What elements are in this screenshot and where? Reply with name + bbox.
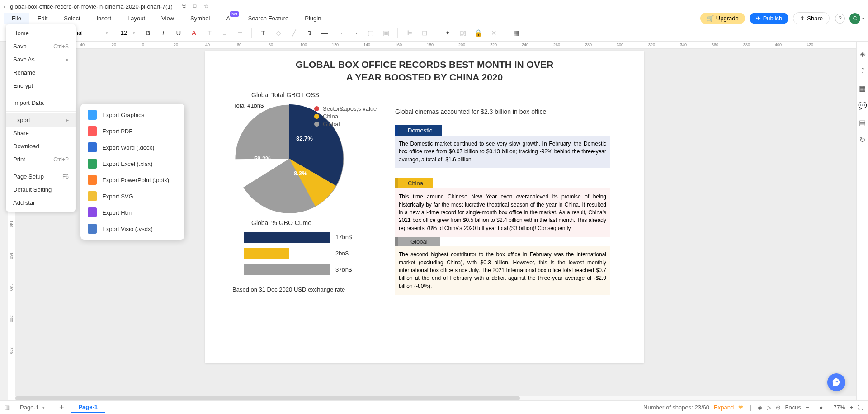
publish-button[interactable]: ✈Publish — [750, 13, 789, 24]
page-dropdown[interactable]: Page-1▾ — [13, 402, 52, 413]
export-menu-item[interactable]: Export SVG — [80, 188, 184, 204]
line-style-icon[interactable]: — — [318, 26, 331, 40]
cursor-icon[interactable]: ◈ — [859, 50, 867, 58]
file-menu-item[interactable]: Save As▸ — [6, 53, 76, 66]
legend-dot-icon — [314, 106, 319, 111]
italic-icon[interactable]: I — [156, 26, 170, 40]
page: GLOBAL BOX OFFICE RECORDS BEST MONTH IN … — [205, 51, 644, 363]
export-panel-icon[interactable]: ⤴ — [859, 67, 867, 75]
library-icon[interactable]: ▦ — [859, 84, 867, 92]
right-column: Global cinemas accounted for $2.3 billio… — [395, 108, 610, 295]
line-color-icon[interactable]: ╱ — [287, 26, 301, 40]
distribute-icon[interactable]: ⊡ — [418, 26, 431, 40]
file-menu-item[interactable]: Encrypt — [6, 79, 76, 92]
text-tool-icon[interactable]: T — [256, 26, 270, 40]
focus-button[interactable]: Focus — [785, 404, 801, 411]
menu-symbol[interactable]: Symbol — [182, 13, 218, 24]
save-icon[interactable]: 🖫 — [181, 3, 187, 10]
connector-icon[interactable]: ↴ — [302, 26, 316, 40]
file-type-icon — [88, 224, 97, 234]
comment-icon[interactable]: 💬 — [859, 101, 867, 109]
menu-plugin[interactable]: Plugin — [297, 13, 329, 24]
add-page-button[interactable]: + — [52, 403, 71, 412]
file-menu-item[interactable]: PrintCtrl+P — [6, 153, 76, 166]
history-icon[interactable]: ↻ — [859, 136, 867, 144]
page-panel-icon[interactable]: ▤ — [859, 118, 867, 127]
file-menu-item[interactable]: Import Data — [6, 96, 76, 109]
file-menu-item[interactable]: Export▸ — [6, 113, 76, 127]
export-menu-item[interactable]: Export Word (.docx) — [80, 139, 184, 155]
export-menu-item[interactable]: Export PowerPoint (.pptx) — [80, 172, 184, 188]
export-menu-item[interactable]: Export Excel (.xlsx) — [80, 155, 184, 172]
file-menu: HomeSaveCtrl+SSave As▸RenameEncryptImpor… — [6, 24, 76, 212]
back-arrow-icon[interactable]: ‹ — [4, 3, 5, 10]
file-menu-item[interactable]: Page SetupF6 — [6, 170, 76, 183]
zoom-out-icon[interactable]: − — [806, 404, 809, 411]
arrow-start-icon[interactable]: → — [333, 26, 347, 40]
file-menu-item[interactable]: SaveCtrl+S — [6, 40, 76, 53]
avatar-dropdown-icon[interactable]: ▾ — [862, 16, 864, 21]
avatar[interactable]: C — [849, 13, 860, 24]
pages-icon[interactable]: ▥ — [5, 404, 10, 411]
preview-icon[interactable]: ▦ — [510, 26, 524, 40]
image-icon[interactable]: ▢ — [364, 26, 377, 40]
star-icon[interactable]: ☆ — [203, 3, 209, 10]
focus-target-icon[interactable]: ⊕ — [776, 404, 781, 411]
expand-link[interactable]: Expand — [714, 404, 734, 411]
text-vertical-icon[interactable]: T — [203, 26, 216, 40]
align-icon[interactable]: ⊫ — [402, 26, 416, 40]
help-icon[interactable]: ? — [835, 14, 845, 24]
crop-icon[interactable]: ▨ — [456, 26, 470, 40]
font-size-select[interactable]: 12▾ — [117, 28, 139, 38]
bold-icon[interactable]: B — [141, 26, 155, 40]
underline-icon[interactable]: U — [172, 26, 185, 40]
font-color-icon[interactable]: A — [187, 26, 201, 40]
zoom-level: 77% — [833, 404, 845, 411]
menu-layout[interactable]: Layout — [119, 13, 153, 24]
menu-edit[interactable]: Edit — [29, 13, 56, 24]
lock-icon[interactable]: 🔒 — [472, 26, 485, 40]
zoom-in-icon[interactable]: + — [849, 404, 853, 411]
line-spacing-icon[interactable]: ≣ — [233, 26, 247, 40]
chat-bubble[interactable] — [827, 373, 845, 391]
export-menu-item[interactable]: Export Graphics — [80, 107, 184, 123]
menu-ai[interactable]: AIhot — [218, 13, 240, 24]
tools-icon[interactable]: ✕ — [487, 26, 500, 40]
fullscreen-icon[interactable]: ⛶ — [858, 404, 863, 411]
pie-label-china: 8.2% — [294, 170, 307, 177]
upgrade-button[interactable]: 🛒Upgrade — [700, 13, 745, 24]
export-menu-item[interactable]: Export Html — [80, 204, 184, 221]
page-tab[interactable]: Page-1 — [71, 402, 105, 413]
file-menu-item[interactable]: Download — [6, 140, 76, 153]
heart-icon[interactable]: ❤ — [738, 404, 743, 411]
align-left-icon[interactable]: ≡ — [218, 26, 231, 40]
file-menu-item[interactable]: Add star — [6, 196, 76, 209]
horizontal-scrollbar[interactable] — [15, 396, 856, 400]
effects-icon[interactable]: ✦ — [441, 26, 454, 40]
menu-view[interactable]: View — [153, 13, 182, 24]
file-menu-item[interactable]: Share — [6, 127, 76, 140]
open-external-icon[interactable]: ⧉ — [193, 3, 197, 10]
shape-icon[interactable]: ▣ — [379, 26, 393, 40]
bar-row: 37bn$ — [244, 264, 388, 275]
file-type-icon — [88, 110, 97, 120]
presentation-icon[interactable]: ▷ — [767, 404, 771, 411]
share-button[interactable]: ⇪Share — [793, 12, 830, 24]
export-menu-item[interactable]: Export Visio (.vsdx) — [80, 221, 184, 237]
menu-search-feature[interactable]: Search Feature — [240, 13, 297, 24]
menu-select[interactable]: Select — [56, 13, 88, 24]
zoom-slider[interactable]: —●— — [814, 404, 829, 411]
file-menu-item[interactable]: Home — [6, 27, 76, 40]
file-menu-item[interactable]: Default Setting — [6, 183, 76, 196]
title-bar: ‹ global-box-office-record-of-movie-in-c… — [0, 0, 868, 13]
export-menu-item[interactable]: Export PDF — [80, 123, 184, 139]
filename: global-box-office-record-of-movie-in-cin… — [10, 3, 173, 10]
menu-insert[interactable]: Insert — [89, 13, 120, 24]
pie-label-global: 59.2% — [254, 155, 271, 162]
arrow-end-icon[interactable]: ↔ — [349, 26, 362, 40]
fill-icon[interactable]: ◇ — [272, 26, 285, 40]
file-menu-item[interactable]: Rename — [6, 66, 76, 79]
right-sidebar: ◈ ⤴ ▦ 💬 ▤ ↻ — [856, 42, 868, 400]
menu-file[interactable]: File — [4, 13, 29, 24]
layers-icon[interactable]: ◈ — [758, 404, 762, 411]
